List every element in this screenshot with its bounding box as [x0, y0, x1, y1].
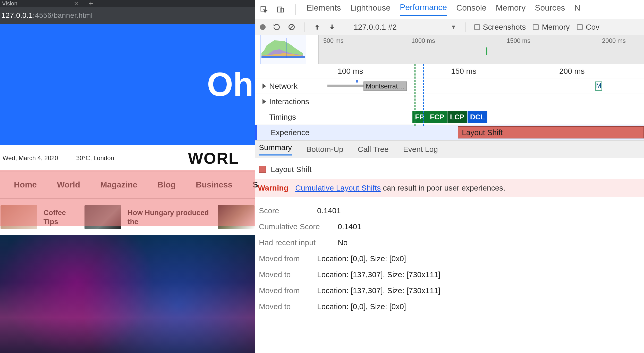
detail-header: Layout Shift	[259, 163, 644, 179]
marker	[486, 47, 487, 55]
tab-console[interactable]: Console	[456, 3, 486, 16]
warning-row: Warning Cumulative Layout Shifts can res…	[255, 179, 644, 197]
detail-row: Had recent inputNo	[259, 235, 644, 251]
overview-thumbnail[interactable]	[255, 35, 319, 64]
chevron-down-icon[interactable]: ▼	[451, 24, 456, 30]
story-strip: Coffee Tips How Hungary produced the	[0, 199, 255, 235]
detail-row: Moved fromLocation: [0,0], Size: [0x0]	[259, 251, 644, 267]
network-request-chip[interactable]: Montserrat…	[363, 81, 407, 91]
tab-lighthouse[interactable]: Lighthouse	[350, 3, 391, 16]
page-meta-row: Wed, March 4, 2020 30°C, London WORL	[0, 145, 255, 171]
overview-scale[interactable]: 500 ms 1000 ms 1500 ms 2000 ms	[319, 35, 644, 64]
devtools-tabs: Elements Lighthouse Performance Console …	[255, 0, 644, 19]
inspect-icon[interactable]	[260, 6, 268, 13]
nav-item[interactable]: Magazine	[100, 180, 137, 190]
lane-interactions[interactable]: Interactions	[255, 94, 644, 109]
story-title[interactable]: How Hungary produced the	[128, 208, 211, 226]
nav-item[interactable]: Blog	[157, 180, 176, 190]
close-icon[interactable]: ×	[74, 0, 78, 8]
ruler-tick: 200 ms	[559, 67, 584, 76]
tab-event-log[interactable]: Event Log	[403, 145, 438, 154]
page-date: Wed, March 4, 2020	[3, 154, 58, 162]
record-button[interactable]	[260, 24, 266, 30]
svg-rect-2	[281, 8, 284, 12]
devtools-pane: Elements Lighthouse Performance Console …	[255, 0, 644, 353]
story-title[interactable]: Coffee Tips	[44, 208, 79, 226]
lane-experience-content[interactable]: Layout Shift	[324, 125, 644, 140]
browser-tabstrip: Vision × +	[0, 0, 255, 7]
svg-rect-5	[261, 56, 305, 58]
device-toggle-icon[interactable]	[277, 6, 285, 13]
warning-label: Warning	[258, 184, 289, 192]
flame-chart-area: 100 ms 150 ms 200 ms Network Montserrat……	[255, 64, 644, 140]
tab-summary[interactable]: Summary	[259, 143, 292, 155]
checkbox-screenshots[interactable]: Screenshots	[474, 23, 526, 31]
lane-timings-content[interactable]: FPFCPLCPDCL	[322, 109, 644, 125]
overview-sparkline	[261, 38, 305, 58]
tab-title: Vision	[2, 0, 18, 7]
checkbox-coverage[interactable]: Cov	[577, 23, 599, 31]
network-request-chip[interactable]: M	[595, 81, 602, 91]
tab-more[interactable]: N	[574, 3, 580, 16]
separator	[304, 22, 304, 32]
nav-item[interactable]: Home	[14, 180, 37, 190]
new-tab-button[interactable]: +	[78, 0, 93, 8]
hero-image	[0, 235, 255, 353]
tab-elements[interactable]: Elements	[307, 3, 341, 16]
browser-pane: Vision × + 127.0.0.1:4556/banner.html Oh…	[0, 0, 255, 353]
tab-sources[interactable]: Sources	[535, 3, 565, 16]
target-select[interactable]: 127.0.0.1 #2	[354, 23, 400, 31]
nav-item[interactable]: S	[252, 180, 258, 190]
detail-row: Moved fromLocation: [137,307], Size: [73…	[259, 283, 644, 299]
scale-tick: 2000 ms	[602, 37, 626, 44]
lane-network[interactable]: Network Montserrat… M	[255, 78, 644, 94]
marker-line-green	[414, 64, 416, 126]
story-thumb[interactable]	[1, 205, 37, 229]
browser-tab[interactable]: Vision ×	[0, 0, 78, 8]
site-nav: Home World Magazine Blog Business S	[0, 171, 255, 199]
nav-item[interactable]: Business	[196, 180, 232, 190]
disclosure-icon[interactable]	[262, 84, 266, 89]
timing-badge-fcp[interactable]: FCP	[427, 111, 447, 123]
time-ruler[interactable]: 100 ms 150 ms 200 ms	[255, 64, 644, 78]
tab-call-tree[interactable]: Call Tree	[358, 145, 389, 154]
detail-title: Layout Shift	[271, 165, 311, 174]
nav-item[interactable]: World	[57, 180, 80, 190]
detail-row: Moved toLocation: [0,0], Size: [0x0]	[259, 299, 644, 315]
event-color-swatch	[259, 166, 266, 173]
reload-button[interactable]	[273, 23, 281, 31]
ruler-tick: 150 ms	[451, 67, 476, 76]
timeline-overview[interactable]: 500 ms 1000 ms 1500 ms 2000 ms	[255, 35, 644, 64]
lane-timings[interactable]: Timings FPFCPLCPDCL	[255, 109, 644, 125]
tab-performance[interactable]: Performance	[400, 3, 447, 16]
detail-tabs: Summary Bottom-Up Call Tree Event Log	[255, 140, 644, 158]
timing-badge-dcl[interactable]: DCL	[468, 111, 488, 123]
detail-row: Cumulative Score0.1401	[259, 219, 644, 235]
svg-line-4	[290, 25, 294, 29]
lane-network-content[interactable]: Montserrat… M	[322, 78, 644, 94]
page-weather: 30°C, London	[76, 154, 114, 162]
story-thumb[interactable]	[84, 205, 121, 229]
upload-icon[interactable]	[313, 23, 321, 31]
checkbox-memory[interactable]: Memory	[533, 23, 570, 31]
scale-tick: 500 ms	[323, 37, 344, 44]
marker-line-blue	[423, 64, 424, 126]
tab-bottom-up[interactable]: Bottom-Up	[306, 145, 343, 154]
cls-docs-link[interactable]: Cumulative Layout Shifts	[295, 184, 381, 192]
detail-row: Score0.1401	[259, 203, 644, 219]
lane-experience[interactable]: Experience Layout Shift	[255, 125, 644, 140]
address-bar[interactable]: 127.0.0.1:4556/banner.html	[0, 7, 255, 24]
page-banner: Oh	[0, 24, 255, 145]
timing-badge-lcp[interactable]: LCP	[447, 111, 467, 123]
layout-shift-event[interactable]: Layout Shift	[458, 126, 644, 138]
detail-body: Layout Shift Warning Cumulative Layout S…	[255, 158, 644, 353]
scale-tick: 1000 ms	[411, 37, 435, 44]
download-icon[interactable]	[328, 23, 336, 31]
story-thumb[interactable]	[218, 205, 255, 229]
tab-memory[interactable]: Memory	[496, 3, 526, 16]
scale-tick: 1500 ms	[507, 37, 530, 44]
clear-button[interactable]	[288, 23, 295, 31]
disclosure-icon[interactable]	[262, 99, 266, 104]
separator	[295, 4, 296, 15]
site-title: WORL	[188, 149, 239, 167]
